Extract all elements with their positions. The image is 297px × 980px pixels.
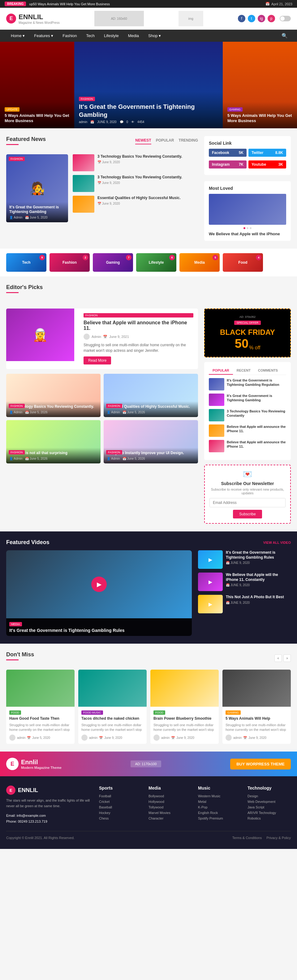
footer-link-cricket[interactable]: Cricket [99,800,142,803]
nav-features[interactable]: Features ▾ [29,30,58,42]
hero-left-overlay: UPDATE 5 Ways Animals Will Help You Get … [0,102,74,128]
tab-popular-w[interactable]: POPULAR [209,367,233,375]
footer-link-kpop[interactable]: K-Pop [198,805,241,809]
play-button[interactable]: ▶ [91,577,107,592]
editor-card-4-cat: FASHION [106,450,122,455]
popular-item-3[interactable]: 3 Technology Basics You Reviewing Consta… [209,409,286,422]
editor-card-3[interactable]: FASHION The loss is not all that surpris… [6,420,101,463]
small-card-1[interactable]: 3 Technology Basics You Reviewing Consta… [73,154,198,171]
footer-link-hockey[interactable]: Hockey [99,811,142,815]
small-card-3[interactable]: Essential Qualities of Highly Successful… [73,196,198,213]
small-card-1-date: 📅 June 9, 2020 [97,161,198,164]
nav-shop[interactable]: Shop ▾ [144,30,166,42]
hero-section: UPDATE 5 Ways Animals Will Help You Get … [0,42,297,128]
footer-link-metal[interactable]: Metal [198,800,241,803]
editor-card-1[interactable]: FASHION 3 Technology Basics You Reviewin… [6,374,101,417]
editor-card-3-cat: FASHION [9,450,25,455]
facebook-link[interactable]: Facebook 5K [209,149,247,157]
instagram-icon[interactable]: ig [258,15,265,22]
editor-card-2[interactable]: FASHION Essential Qualities of Highly Su… [104,374,198,417]
newsletter-email-input[interactable] [209,498,286,508]
footer-link-bollywood[interactable]: Bollywood [148,794,192,798]
instagram-link[interactable]: Instagram 7K [209,161,247,169]
editor-card-4[interactable]: FASHION 6 Ways to Instantly Improve your… [104,420,198,463]
dark-mode-toggle[interactable] [279,16,291,21]
featured-news-sidebar: Social Link Facebook 5K Twitter 8.8K Ins… [204,136,291,241]
pinterest-icon[interactable]: p [268,15,275,22]
footer-link-marvel[interactable]: Marvel Movies [148,811,192,815]
footer-link-baseball[interactable]: Baseball [99,805,142,809]
video-list-item-3[interactable]: ▶ This Not Just A Photo But It Best 📅 JU… [198,595,291,613]
featured-main-card[interactable]: 🧑‍🎤 FASHION It's Great the Government is… [6,154,68,222]
video-main[interactable]: ▶ MEDIA It's Great the Government is Tig… [6,550,192,636]
footer-link-javascript[interactable]: Java Script [248,805,291,809]
popular-item-5-info: Believe that Apple will announce the iPh… [227,440,286,449]
footer-link-webdev[interactable]: Web Development [248,800,291,803]
facebook-icon[interactable]: f [238,15,245,22]
dont-miss-card-4[interactable]: GAMING 5 Ways Animals Will Help Struggli… [222,670,291,744]
videos-header: Featured Videos VIEW ALL VIDEO [6,539,291,546]
footer-link-design[interactable]: Design [248,794,291,798]
footer-link-western[interactable]: Western Music [198,794,241,798]
dont-miss-next[interactable]: › [283,654,291,662]
small-card-1-image [73,154,94,171]
hero-right-overlay: GAMING 5 Ways Animals Will Help You Get … [223,102,297,128]
tab-popular[interactable]: POPULAR [156,137,174,144]
footer-link-character[interactable]: Character [148,816,192,820]
dont-miss-card-2-cat: FOOD MUSIC [81,710,103,715]
dont-miss-card-2[interactable]: FOOD MUSIC Tacos ditched the naked chick… [78,670,147,744]
search-button[interactable]: 🔍 [278,30,291,42]
editor-feature-meta: Admin 📅 June 9, 2021 [83,334,193,340]
footer-link-spotify[interactable]: Spotify Premium [198,816,241,820]
cat-pill-fashion[interactable]: Fashion 2 [50,253,90,272]
dont-miss-card-2-image [78,670,147,707]
footer-link-hollywood[interactable]: Hollywood [148,800,192,803]
popular-item-1[interactable]: It's Great the Government is Tightening … [209,378,286,390]
dont-miss-card-3[interactable]: FOOD Brain Power Blueberry Smoothie Stru… [150,670,219,744]
instagram-platform: Instagram [212,162,230,167]
cat-pill-lifestyle[interactable]: Lifestyle 6 [136,253,176,272]
twitter-icon[interactable]: t [248,15,255,22]
footer-link-english-rock[interactable]: English Rock [198,811,241,815]
tab-trending[interactable]: TRENDING [179,137,198,144]
dont-miss-prev[interactable]: ‹ [275,654,282,662]
video-list-item-2[interactable]: ▶ We Believe that Apple will the iPhone … [198,573,291,591]
view-all-videos[interactable]: VIEW ALL VIDEO [263,541,291,544]
youtube-link[interactable]: Youtube 3K [248,161,286,169]
tab-newest[interactable]: NEWEST [135,137,151,144]
footer-link-robotics[interactable]: Robotics [248,816,291,820]
nav-media[interactable]: Media [123,30,144,42]
terms-link[interactable]: Terms & Conditions [232,836,262,840]
videos-layout: ▶ MEDIA It's Great the Government is Tig… [6,550,291,636]
video-list-item-1[interactable]: ▶ It's Great the Government is Tightenin… [198,550,291,569]
dont-miss-card-1[interactable]: FOOD Have Good Food Taste Then Strugglin… [6,670,75,744]
editor-feature-card[interactable]: 🧝 FASHION Believe that Apple will announ… [6,309,198,369]
small-card-2-info: 3 Technology Basics You Reviewing Consta… [97,175,198,185]
footer-link-arvr[interactable]: AR/VR Technology [248,811,291,815]
cat-pill-tech[interactable]: Tech 9 [6,253,46,272]
privacy-link[interactable]: Privacy & Policy [267,836,291,840]
nav-fashion[interactable]: Fashion [58,30,81,42]
video-list-3-image: ▶ [198,595,223,613]
popular-item-4[interactable]: Believe that Apple will announce the iPh… [209,425,286,437]
read-more-button[interactable]: Read More [83,356,111,364]
buy-theme-button[interactable]: BUY WORPRESS THEME [230,759,291,770]
footer-link-tollywood[interactable]: Tollywood [148,805,192,809]
small-card-2[interactable]: 3 Technology Basics You Reviewing Consta… [73,175,198,192]
logo[interactable]: E ENNLIL Magazine & News WordPress [6,13,60,24]
footer-grid: E ENNLIL The stars will never align, and… [6,786,291,825]
footer-link-football[interactable]: Football [99,794,142,798]
nav-home[interactable]: Home ▾ [6,30,29,42]
tab-recent-w[interactable]: RECENT [233,367,254,375]
newsletter-subscribe-button[interactable]: Subscribe [233,510,262,519]
nav-tech[interactable]: Tech [81,30,99,42]
cat-pill-food[interactable]: Food 4 [223,253,263,272]
popular-item-5[interactable]: Believe that Apple will announce the iPh… [209,440,286,452]
cat-pill-gaming[interactable]: Gaming 7 [93,253,133,272]
nav-lifestyle[interactable]: Lifestyle [99,30,123,42]
tab-comments-w[interactable]: COMMENTS [254,367,281,375]
footer-link-chess[interactable]: Chess [99,816,142,820]
popular-item-2[interactable]: It's Great the Government is Tightening … [209,393,286,406]
cat-pill-media[interactable]: Media 5 [179,253,220,272]
twitter-link[interactable]: Twitter 8.8K [248,149,286,157]
